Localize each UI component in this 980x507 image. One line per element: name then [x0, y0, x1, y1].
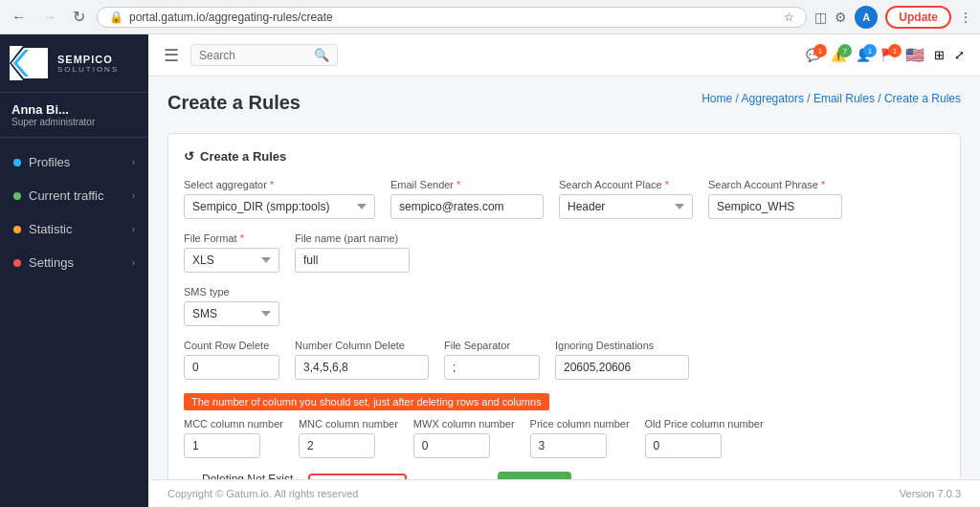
sms-type-group: SMS type SMS [184, 286, 279, 326]
lock-icon: 🔒 [109, 11, 123, 24]
mnc-column-group: MNC column number [299, 418, 398, 458]
mcc-input[interactable] [184, 433, 260, 458]
price-label: Price column number [530, 418, 630, 430]
country-flag[interactable]: 🇺🇸 [905, 46, 924, 64]
warning-bar: The number of column you should set, jus… [184, 393, 945, 418]
ignoring-destinations-input[interactable] [555, 355, 689, 380]
card-title-text: Create a Rules [200, 149, 286, 164]
deleting-not-exist-checkbox-label: Deleting Not Exist Destinations [202, 473, 293, 480]
search-account-place-select[interactable]: Header [559, 194, 693, 219]
sidebar-item-statistic[interactable]: Statistic › [0, 212, 148, 246]
expand-icon[interactable]: ⤢ [954, 48, 965, 62]
footer-copyright: Copyright © Gatum.io. All rights reserve… [167, 488, 358, 499]
notification-icon-4[interactable]: 🚩 1 [880, 48, 896, 62]
reload-button[interactable]: ↻ [69, 6, 89, 28]
hamburger-icon[interactable]: ☰ [164, 45, 179, 66]
mnc-input[interactable] [299, 433, 375, 458]
update-button[interactable]: Update [885, 6, 951, 29]
user-name: Anna Bi... [11, 102, 137, 117]
search-account-phrase-group: Search Account Phrase * [708, 179, 842, 219]
browser-bar: ← → ↻ 🔒 portal.gatum.io/aggregating-rule… [0, 0, 980, 34]
profile-icon[interactable]: ⚙ [835, 10, 847, 25]
statistic-chevron: › [132, 224, 135, 234]
notification-icon-3[interactable]: 👤 1 [856, 48, 871, 62]
old-price-input[interactable] [645, 433, 722, 458]
number-column-delete-input[interactable] [295, 355, 429, 380]
old-price-column-group: Old Price column number [645, 418, 764, 458]
file-format-group: File Format * XLS [184, 232, 279, 273]
menu-dots-icon[interactable]: ⋮ [959, 10, 972, 25]
file-name-input[interactable] [295, 248, 410, 273]
top-bar-left: ☰ 🔍 [164, 44, 338, 66]
mwx-input[interactable] [413, 433, 490, 458]
search-account-place-label: Search Account Place * [559, 179, 693, 190]
create-button[interactable]: Create [498, 472, 570, 479]
file-separator-group: File Separator [444, 340, 540, 380]
warning-text: The number of column you should set, jus… [184, 393, 549, 410]
browser-avatar[interactable]: A [855, 6, 878, 29]
email-sender-input[interactable] [390, 194, 544, 219]
grid-icon[interactable]: ⊞ [934, 48, 945, 62]
forward-button[interactable]: → [38, 7, 61, 28]
logo-subtext: SOLUTIONS [57, 65, 119, 74]
ignoring-destinations-label: Ignoring Destinations [555, 340, 689, 351]
deleting-not-exist-group: Deleting Not Exist Destinations [184, 473, 293, 480]
file-name-group: File name (part name) [295, 232, 410, 273]
count-row-delete-input[interactable] [184, 355, 279, 380]
form-card: ↺ Create a Rules Select aggregator * Sem… [167, 133, 961, 479]
badge-1: 1 [813, 44, 827, 57]
address-text: portal.gatum.io/aggregating-rules/create [129, 11, 778, 24]
sidebar-item-settings[interactable]: Settings › [0, 246, 148, 279]
notification-icon-2[interactable]: ⚠️ 7 [831, 48, 846, 62]
sms-type-select[interactable]: SMS [184, 301, 279, 326]
search-input[interactable] [199, 49, 314, 62]
form-row-4: Count Row Delete Number Column Delete Fi… [184, 340, 945, 380]
settings-chevron: › [132, 257, 135, 268]
traffic-chevron: › [132, 190, 135, 201]
number-column-delete-label: Number Column Delete [295, 340, 429, 351]
form-row-3: SMS type SMS [184, 286, 945, 326]
profiles-chevron: › [132, 157, 135, 167]
file-separator-input[interactable] [444, 355, 540, 380]
search-account-phrase-input[interactable] [708, 194, 842, 219]
sidebar-logo: SEMPICO SOLUTIONS [0, 34, 148, 93]
sidebar-item-label-settings: Settings [29, 255, 74, 270]
select-aggregator-select[interactable]: Sempico_DIR (smpp:tools) [184, 194, 375, 219]
back-button[interactable]: ← [8, 7, 31, 28]
ignoring-destinations-group: Ignoring Destinations [555, 340, 689, 380]
main-layout: SEMPICO SOLUTIONS Anna Bi... Super admin… [0, 34, 980, 507]
page-content: Create a Rules Home / Aggregators / Emai… [148, 77, 980, 479]
sidebar-item-profiles[interactable]: Profiles › [0, 145, 148, 179]
sidebar-item-label-statistic: Statistic [29, 222, 73, 236]
extensions-icon[interactable]: ◫ [814, 10, 827, 25]
form-card-title: ↺ Create a Rules [184, 149, 945, 164]
price-column-group: Price column number [530, 418, 630, 458]
statistic-dot [13, 226, 21, 233]
search-box[interactable]: 🔍 [190, 44, 338, 66]
notification-icon-1[interactable]: 💬 1 [806, 48, 821, 62]
search-account-place-group: Search Account Place * Header [559, 179, 693, 219]
star-icon: ☆ [784, 11, 794, 24]
page-title: Create a Rules [167, 92, 301, 114]
badge-4: 1 [888, 44, 902, 57]
file-format-label: File Format * [184, 232, 279, 244]
traffic-dot [13, 192, 21, 200]
footer-version: Version 7.0.3 [900, 488, 961, 499]
sms-type-label: SMS type [184, 286, 279, 298]
top-bar: ☰ 🔍 💬 1 ⚠️ 7 👤 1 [148, 34, 980, 77]
file-name-label: File name (part name) [295, 232, 410, 244]
price-input[interactable] [530, 433, 607, 458]
number-column-delete-group: Number Column Delete [295, 340, 429, 380]
file-separator-label: File Separator [444, 340, 540, 351]
search-account-phrase-label: Search Account Phrase * [708, 179, 842, 190]
file-format-select[interactable]: XLS [184, 248, 279, 273]
sidebar-nav: Profiles › Current traffic › Statistic › [0, 138, 148, 507]
count-row-delete-group: Count Row Delete [184, 340, 279, 380]
profiles-dot [13, 159, 21, 166]
address-bar[interactable]: 🔒 portal.gatum.io/aggregating-rules/crea… [97, 7, 807, 28]
sidebar-item-current-traffic[interactable]: Current traffic › [0, 179, 148, 212]
form-row-2: File Format * XLS File name (part name) [184, 232, 945, 273]
user-role: Super administrator [11, 117, 137, 127]
badge-3: 1 [863, 44, 877, 57]
top-bar-right: 💬 1 ⚠️ 7 👤 1 🚩 1 🇺🇸 ⊞ ⤢ [806, 46, 965, 64]
